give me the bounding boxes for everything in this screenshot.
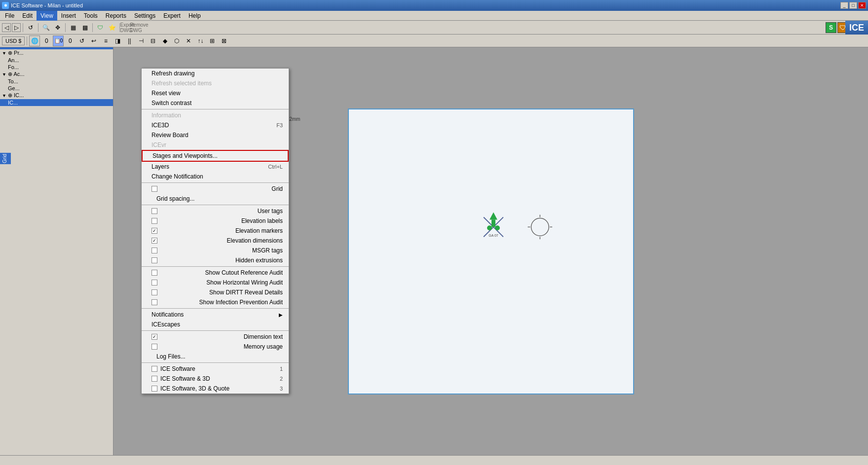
tb2-l[interactable]: ◆ xyxy=(159,36,170,46)
drawing-canvas[interactable]: GA 07 xyxy=(348,108,634,394)
tb2-n[interactable]: ✕ xyxy=(183,36,194,46)
tb-grid1[interactable]: ▦ xyxy=(68,22,78,33)
tb-zoom[interactable]: 🔍 xyxy=(40,22,51,33)
tb2-i[interactable]: || xyxy=(124,36,135,46)
dd-icescapes[interactable]: ICEscapes xyxy=(142,320,289,329)
tb2-h[interactable]: ◨ xyxy=(112,36,123,46)
drawing-svg: GA 07 xyxy=(349,109,633,393)
dd-msgr-tags[interactable]: MSGR tags xyxy=(142,246,289,255)
canvas-area[interactable]: 5782;822mm xyxy=(113,47,868,455)
tb-grid2[interactable]: ▩ xyxy=(79,22,90,33)
dd-shortcut-layers: Ctrl+L xyxy=(268,164,283,170)
dd-show-dirtt[interactable]: Show DIRTT Reveal Details xyxy=(142,287,289,297)
dd-change-notification[interactable]: Change Notification xyxy=(142,172,289,181)
dd-elevation-dimensions[interactable]: Elevation dimensions xyxy=(142,236,289,246)
tb2-o[interactable]: ↑↓ xyxy=(195,36,206,46)
tree-item[interactable]: Ge... xyxy=(0,85,113,92)
svg-rect-3 xyxy=(491,219,495,227)
dd-user-tags[interactable]: User tags xyxy=(142,206,289,216)
dd-layers[interactable]: Layers Ctrl+L xyxy=(142,162,289,172)
tb-refresh[interactable]: ↺ xyxy=(25,22,36,33)
tb-remove-dwg[interactable]: Remove DWG xyxy=(134,22,145,33)
close-button[interactable]: ✕ xyxy=(858,2,866,9)
tb-forward[interactable]: ▷ xyxy=(12,23,21,32)
expand-icon: ▼ xyxy=(2,72,7,77)
sep2 xyxy=(38,23,38,32)
dd-refresh-drawing[interactable]: Refresh drawing xyxy=(142,69,289,78)
dd-grid-spacing[interactable]: Grid spacing... xyxy=(142,194,289,204)
tb-pan[interactable]: ✥ xyxy=(52,22,63,33)
dd-show-horizontal-wiring[interactable]: Show Horizontal Wiring Audit xyxy=(142,278,289,287)
menu-file[interactable]: File xyxy=(1,11,18,21)
currency-label[interactable]: USD $ xyxy=(2,36,25,45)
tb2-k[interactable]: ⊟ xyxy=(148,36,158,46)
dd-memory-usage[interactable]: Memory usage xyxy=(142,342,289,352)
dd-ice3d[interactable]: ICE3D F3 xyxy=(142,120,289,130)
grid-tab[interactable]: Grid xyxy=(0,153,11,164)
menu-expert[interactable]: Expert xyxy=(159,11,185,21)
tb2-d[interactable]: 0 xyxy=(65,36,75,46)
tb2-g[interactable]: ≡ xyxy=(100,36,111,46)
tb2-p[interactable]: ⊞ xyxy=(207,36,218,46)
tb-shield[interactable]: 🛡 xyxy=(95,22,106,33)
dd-switch-contrast[interactable]: Switch contrast xyxy=(142,98,289,108)
menu-view[interactable]: View xyxy=(37,11,57,21)
dd-icevr[interactable]: ICEvr xyxy=(142,140,289,150)
tree-item[interactable]: ▼ ⊕ Ac... xyxy=(0,71,113,78)
dd-hidden-extrusions[interactable]: Hidden extrusions xyxy=(142,255,289,265)
maximize-button[interactable]: □ xyxy=(849,2,857,9)
svg-point-7 xyxy=(531,218,549,236)
title-bar: ❄ ICE Software - Milan - untitled _ □ ✕ xyxy=(0,0,868,11)
tree-item[interactable]: To... xyxy=(0,78,113,85)
title-bar-controls[interactable]: _ □ ✕ xyxy=(840,2,866,9)
dd-show-cutout[interactable]: Show Cutout Reference Audit xyxy=(142,268,289,278)
dd-label-elevation-markers: Elevation markers xyxy=(235,227,283,234)
tb2-m[interactable]: ⬡ xyxy=(171,36,182,46)
dd-ice-software-3d[interactable]: ICE Software & 3D 2 xyxy=(142,374,289,384)
tb2-e[interactable]: ↺ xyxy=(76,36,87,46)
dd-elevation-markers[interactable]: Elevation markers xyxy=(142,226,289,236)
menu-insert[interactable]: Insert xyxy=(57,11,80,21)
minimize-button[interactable]: _ xyxy=(840,2,848,9)
tb-back[interactable]: ◁ xyxy=(2,23,11,32)
dd-ice-software[interactable]: ICE Software 1 xyxy=(142,364,289,374)
dd-show-infection[interactable]: Show Infection Prevention Audit xyxy=(142,297,289,307)
menu-edit[interactable]: Edit xyxy=(18,11,37,21)
tb2-f[interactable]: ↩ xyxy=(88,36,99,46)
main-area: ▼ ⊕ Pr... An... Fo... ▼ ⊕ Ac... To... Ge… xyxy=(0,47,868,455)
dd-checkbox-user-tags xyxy=(151,208,157,214)
tb-star[interactable]: ⭐ xyxy=(107,22,117,33)
menu-help[interactable]: Help xyxy=(185,11,205,21)
dd-notifications[interactable]: Notifications ▶ xyxy=(142,310,289,320)
tb2-q[interactable]: ⊠ xyxy=(219,36,229,46)
app-title: ICE Software - Milan - untitled xyxy=(11,2,83,8)
dd-reset-view[interactable]: Reset view xyxy=(142,88,289,98)
dd-label-cutout: Show Cutout Reference Audit xyxy=(205,269,283,276)
menu-tools[interactable]: Tools xyxy=(80,11,102,21)
dd-ice-software-3d-quote[interactable]: ICE Software, 3D & Quote 3 xyxy=(142,384,289,393)
dd-information[interactable]: Information xyxy=(142,110,289,120)
tb2-c[interactable]: 📋0 xyxy=(53,36,64,46)
tree-item[interactable]: An... xyxy=(0,57,113,64)
dd-grid[interactable]: Grid xyxy=(142,184,289,194)
dd-stages-viewpoints[interactable]: Stages and Viewpoints... xyxy=(142,150,289,162)
tree-item[interactable]: ▼ ⊕ Pr... xyxy=(0,49,113,57)
tree-item[interactable]: IC... xyxy=(0,99,113,106)
dd-dimension-text[interactable]: Dimension text xyxy=(142,332,289,342)
menu-settings[interactable]: Settings xyxy=(130,11,159,21)
menu-reports[interactable]: Reports xyxy=(102,11,130,21)
tb2-a[interactable]: 🌐 xyxy=(29,36,40,46)
tree-item[interactable]: Fo... xyxy=(0,64,113,71)
dd-log-files[interactable]: Log Files... xyxy=(142,352,289,361)
tb2-b[interactable]: 0 xyxy=(41,36,52,46)
tree-item[interactable]: ▼ ⊕ IC... xyxy=(0,92,113,99)
dd-elevation-labels[interactable]: Elevation labels xyxy=(142,216,289,226)
tb2-j[interactable]: ⊣ xyxy=(136,36,147,46)
svg-marker-2 xyxy=(490,212,497,219)
left-panel: ▼ ⊕ Pr... An... Fo... ▼ ⊕ Ac... To... Ge… xyxy=(0,47,113,455)
dd-review-board[interactable]: Review Board xyxy=(142,130,289,140)
dd-refresh-selected[interactable]: Refresh selected items xyxy=(142,78,289,88)
s-icon-btn[interactable]: S xyxy=(826,22,836,33)
dd-label-infection: Show Infection Prevention Audit xyxy=(199,299,283,306)
menu-bar: File Edit View Insert Tools Reports Sett… xyxy=(0,11,868,21)
